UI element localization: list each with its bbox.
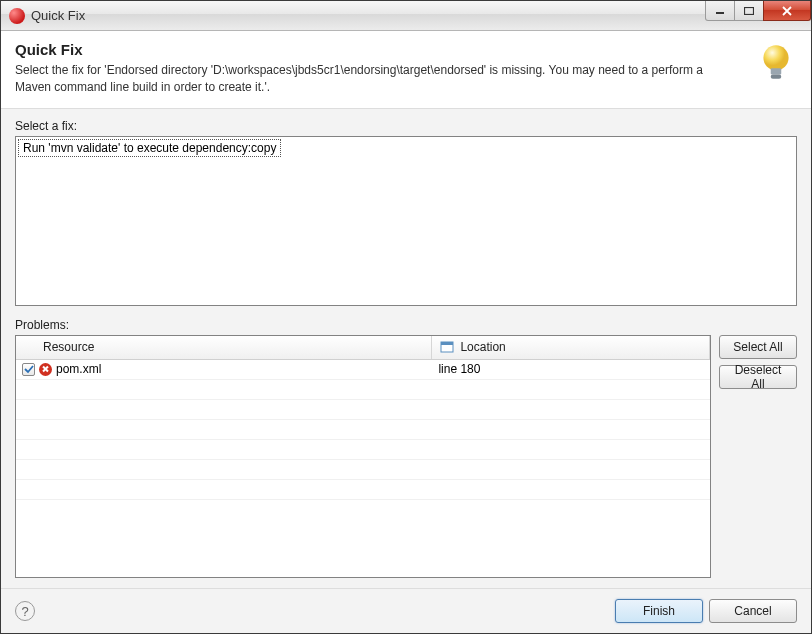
header-panel: Quick Fix Select the fix for 'Endorsed d…	[1, 31, 811, 109]
problems-table[interactable]: Resource Location	[15, 335, 711, 578]
svg-point-2	[763, 45, 788, 70]
lightbulb-icon	[755, 41, 797, 83]
deselect-all-button[interactable]: Deselect All	[719, 365, 797, 389]
column-resource[interactable]: Resource	[16, 336, 432, 359]
maximize-button[interactable]	[734, 1, 764, 21]
close-button[interactable]	[763, 1, 811, 21]
resource-name: pom.xml	[56, 362, 101, 376]
footer: ? Finish Cancel	[1, 588, 811, 633]
fix-list[interactable]: Run 'mvn validate' to execute dependency…	[15, 136, 797, 306]
minimize-button[interactable]	[705, 1, 735, 21]
titlebar[interactable]: Quick Fix	[1, 1, 811, 31]
cancel-button[interactable]: Cancel	[709, 599, 797, 623]
svg-rect-1	[745, 7, 754, 14]
table-body: pom.xml line 180	[16, 360, 710, 577]
content-area: Select a fix: Run 'mvn validate' to exec…	[1, 109, 811, 588]
problems-label: Problems:	[15, 318, 797, 332]
table-row[interactable]: pom.xml line 180	[16, 360, 710, 380]
help-icon[interactable]: ?	[15, 601, 35, 621]
page-description: Select the fix for 'Endorsed directory '…	[15, 62, 705, 96]
app-icon	[9, 8, 25, 24]
location-text: line 180	[438, 362, 480, 376]
svg-rect-4	[771, 75, 782, 79]
select-fix-label: Select a fix:	[15, 119, 797, 133]
window-title: Quick Fix	[31, 8, 85, 23]
svg-rect-3	[771, 68, 782, 74]
error-icon	[39, 363, 52, 376]
table-header: Resource Location	[16, 336, 710, 360]
page-title: Quick Fix	[15, 41, 747, 58]
window-controls	[706, 1, 811, 21]
dialog-window: Quick Fix Quick Fix Select the fix for '…	[0, 0, 812, 634]
column-location[interactable]: Location	[432, 336, 710, 359]
file-type-icon	[440, 340, 454, 354]
finish-button[interactable]: Finish	[615, 599, 703, 623]
svg-rect-6	[441, 342, 453, 345]
fix-item[interactable]: Run 'mvn validate' to execute dependency…	[18, 139, 281, 157]
select-all-button[interactable]: Select All	[719, 335, 797, 359]
svg-rect-0	[716, 12, 724, 14]
row-checkbox[interactable]	[22, 363, 35, 376]
side-buttons: Select All Deselect All	[719, 335, 797, 578]
